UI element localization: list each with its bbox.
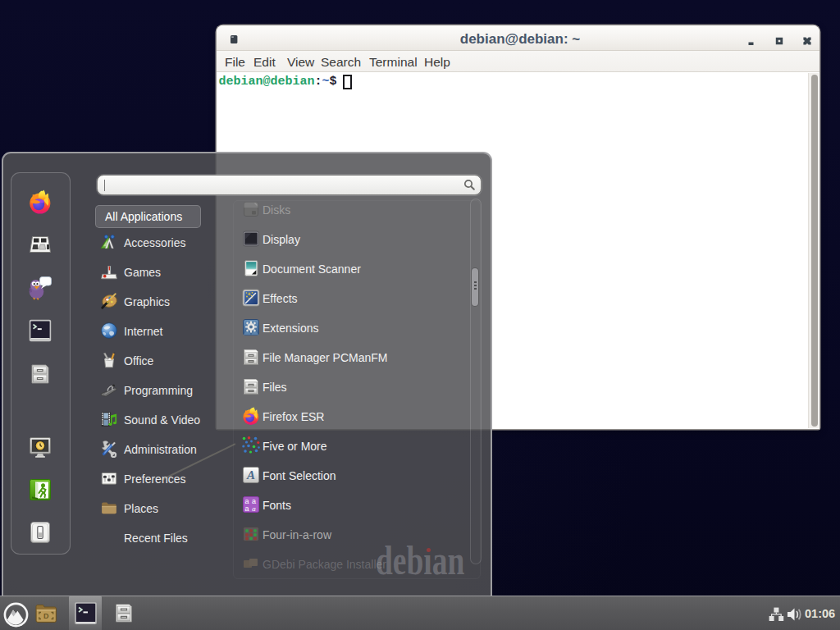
svg-text:D: D xyxy=(43,612,49,620)
svg-text:a: a xyxy=(244,504,249,513)
svg-text:a: a xyxy=(252,504,256,513)
svg-text:A: A xyxy=(246,468,255,482)
